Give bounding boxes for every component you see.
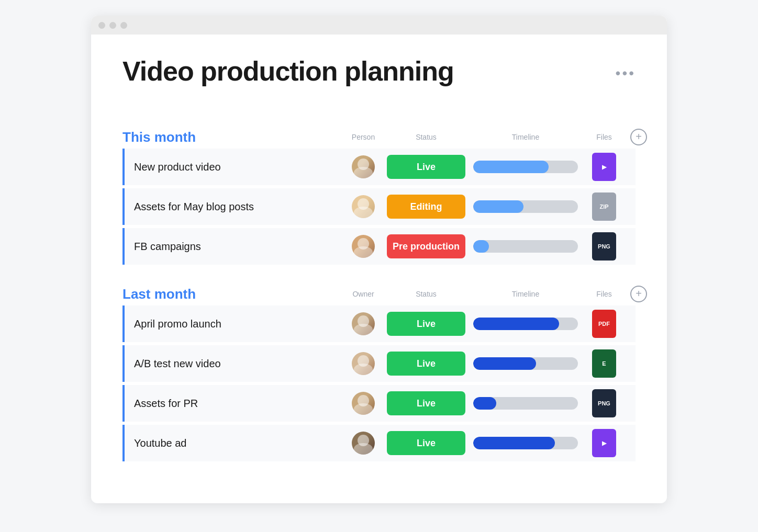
row-files-cell: PNG [583,389,625,417]
table-row[interactable]: April promo launchLivePDF [122,305,636,342]
row-name: A/B test new video [125,358,342,370]
row-timeline-cell [468,357,583,370]
status-badge: Live [387,391,465,415]
maximize-dot[interactable] [120,22,127,29]
row-files-cell: PNG [583,232,625,261]
row-name: April promo launch [125,318,342,330]
row-name: Assets for PR [125,398,342,410]
timeline-fill [473,240,489,253]
row-timeline-cell [468,318,583,330]
avatar [352,235,375,258]
row-files-cell: ▶ [583,429,625,457]
file-icon[interactable]: PNG [592,232,616,261]
timeline-bar [473,437,578,449]
section-last-month: Last monthOwnerStatusTimelineFiles+April… [122,286,636,461]
row-timeline-cell [468,200,583,213]
row-person-cell [342,352,384,375]
row-timeline-cell [468,437,583,449]
timeline-fill [473,357,536,370]
dots-menu-button[interactable]: ••• [616,65,636,82]
timeline-bar [473,240,578,253]
timeline-fill [473,200,523,213]
section-this-month: This monthPersonStatusTimelineFiles+New … [122,129,636,265]
avatar [352,312,375,335]
status-badge: Live [387,312,465,336]
row-status-cell: Live [384,431,468,455]
row-name: Assets for May blog posts [125,201,342,213]
timeline-fill [473,318,559,330]
row-files-cell: PDF [583,310,625,338]
col-label-0-2: Timeline [468,133,583,141]
file-icon[interactable]: PNG [592,389,616,417]
status-badge: Live [387,352,465,376]
row-files-cell: ZIP [583,193,625,221]
row-files-cell: ▶ [583,153,625,181]
row-name: New product video [125,161,342,173]
avatar [352,155,375,178]
status-badge: Live [387,155,465,179]
section-title-last-month: Last month [122,286,342,302]
row-person-cell [342,235,384,258]
row-timeline-cell [468,161,583,173]
row-person-cell [342,392,384,415]
status-badge: Live [387,431,465,455]
add-row-button-last-month[interactable]: + [630,286,647,302]
table-row[interactable]: Youtube adLive▶ [122,425,636,461]
file-icon[interactable]: ▶ [592,153,616,181]
timeline-bar [473,318,578,330]
row-status-cell: Editing [384,195,468,219]
content-area: This monthPersonStatusTimelineFiles+New … [91,108,667,461]
row-name: FB campaigns [125,241,342,253]
timeline-fill [473,437,555,449]
avatar [352,195,375,218]
row-person-cell [342,195,384,218]
col-label-0-1: Status [384,133,468,141]
file-icon[interactable]: ZIP [592,193,616,221]
close-dot[interactable] [98,22,105,29]
titlebar [91,16,667,35]
avatar [352,392,375,415]
col-label-1-0: Owner [342,290,384,298]
row-status-cell: Pre production [384,234,468,258]
file-icon[interactable]: E [592,349,616,378]
row-files-cell: E [583,349,625,378]
row-status-cell: Live [384,155,468,179]
col-label-0-0: Person [342,133,384,141]
row-status-cell: Live [384,312,468,336]
row-person-cell [342,432,384,455]
page-title: Video production planning [122,55,454,87]
table-row[interactable]: Assets for PRLivePNG [122,385,636,422]
col-label-1-3: Files [583,290,625,298]
timeline-fill [473,161,549,173]
table-row[interactable]: A/B test new videoLiveE [122,345,636,382]
timeline-bar [473,200,578,213]
table-row[interactable]: Assets for May blog postsEditingZIP [122,188,636,225]
status-badge: Editing [387,195,465,219]
row-status-cell: Live [384,352,468,376]
table-row[interactable]: New product videoLive▶ [122,149,636,185]
add-row-button-this-month[interactable]: + [630,129,647,145]
col-label-1-2: Timeline [468,290,583,298]
timeline-bar [473,397,578,410]
row-status-cell: Live [384,391,468,415]
file-icon[interactable]: PDF [592,310,616,338]
row-timeline-cell [468,240,583,253]
main-window: Video production planning ••• This month… [91,16,667,503]
avatar [352,352,375,375]
row-name: Youtube ad [125,437,342,449]
section-title-this-month: This month [122,129,342,145]
row-person-cell [342,312,384,335]
timeline-fill [473,397,496,410]
avatar [352,432,375,455]
status-badge: Pre production [387,234,465,258]
timeline-bar [473,161,578,173]
col-label-0-3: Files [583,133,625,141]
col-label-1-1: Status [384,290,468,298]
row-person-cell [342,155,384,178]
table-row[interactable]: FB campaignsPre productionPNG [122,228,636,265]
timeline-bar [473,357,578,370]
row-timeline-cell [468,397,583,410]
minimize-dot[interactable] [109,22,116,29]
file-icon[interactable]: ▶ [592,429,616,457]
